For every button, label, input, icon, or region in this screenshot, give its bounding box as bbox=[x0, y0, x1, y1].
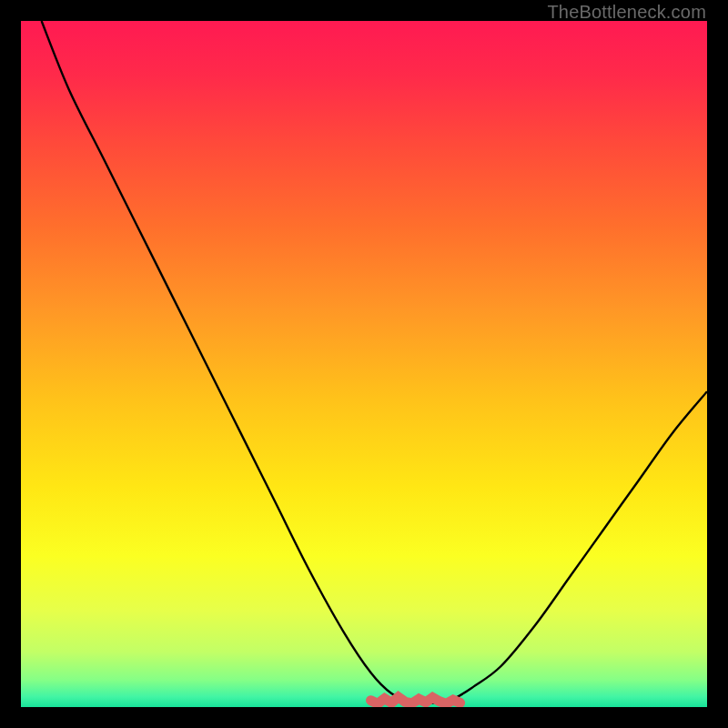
watermark-label: TheBottleneck.com bbox=[547, 2, 706, 23]
plot-area bbox=[21, 21, 707, 707]
chart-frame: TheBottleneck.com bbox=[0, 0, 728, 728]
bottleneck-chart bbox=[21, 21, 707, 707]
accent-segment bbox=[371, 697, 460, 703]
gradient-background bbox=[21, 21, 707, 707]
